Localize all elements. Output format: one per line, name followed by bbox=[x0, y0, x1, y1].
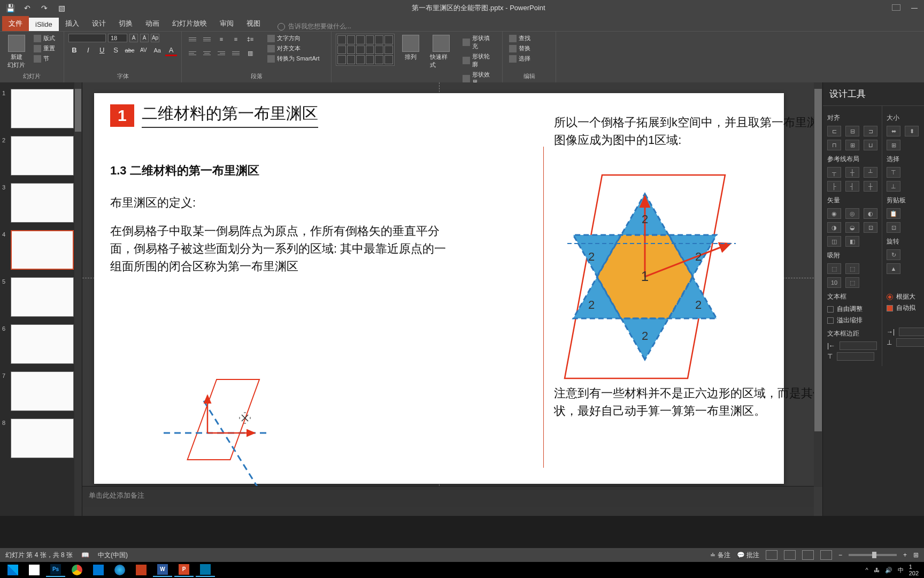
refline-btn-5[interactable]: ┤ bbox=[845, 181, 859, 192]
tab-slideshow[interactable]: 幻灯片放映 bbox=[166, 16, 213, 31]
vector-btn-8[interactable]: ◧ bbox=[845, 236, 859, 247]
task-word[interactable]: W bbox=[153, 563, 172, 577]
align-center-button[interactable] bbox=[201, 48, 213, 58]
slide-thumbnail-1[interactable]: 1 bbox=[11, 89, 75, 128]
notes-pane[interactable]: 单击此处添加备注 bbox=[82, 486, 814, 507]
columns-button[interactable]: ▥ bbox=[244, 48, 257, 58]
task-chrome[interactable] bbox=[67, 563, 87, 577]
margin-bottom-input[interactable] bbox=[896, 338, 924, 347]
shape-outline-button[interactable]: 形状轮廓 bbox=[460, 52, 498, 69]
align-left-btn[interactable]: ⊏ bbox=[827, 126, 841, 136]
fit-window-button[interactable]: ⊞ bbox=[913, 551, 919, 559]
task-app-1[interactable] bbox=[25, 563, 44, 577]
change-case-button[interactable]: Aa bbox=[151, 44, 163, 56]
zoom-out-button[interactable]: − bbox=[838, 551, 842, 559]
vector-btn-6[interactable]: ⊡ bbox=[864, 222, 877, 233]
tab-file[interactable]: 文件 bbox=[2, 16, 29, 31]
tray-chevron-icon[interactable]: ^ bbox=[865, 567, 868, 573]
shapes-gallery[interactable] bbox=[336, 34, 395, 66]
arrange-button[interactable]: 排列 bbox=[399, 34, 422, 62]
align-center-h-btn[interactable]: ⊟ bbox=[845, 126, 859, 136]
new-slide-button[interactable]: 新建 幻灯片 bbox=[4, 34, 28, 70]
tab-islide[interactable]: iSlide bbox=[29, 18, 59, 31]
strike-button[interactable]: abc bbox=[124, 44, 136, 56]
tray-volume-icon[interactable]: 🔊 bbox=[885, 567, 892, 574]
size-btn-1[interactable]: ⬌ bbox=[887, 126, 900, 136]
zoom-in-button[interactable]: + bbox=[903, 551, 907, 559]
select-btn-1[interactable]: ⊤ bbox=[887, 167, 900, 178]
refline-btn-4[interactable]: ├ bbox=[827, 181, 841, 192]
tab-review[interactable]: 审阅 bbox=[213, 16, 240, 31]
layout-button[interactable]: 版式 bbox=[32, 34, 57, 43]
notes-toggle[interactable]: ≐ 备注 bbox=[710, 551, 730, 560]
start-button[interactable] bbox=[3, 563, 22, 577]
thumbnail-panel[interactable]: 1 2 3 4 5 6 7 8 bbox=[0, 82, 82, 516]
combine-btn[interactable]: ◎ bbox=[845, 208, 859, 219]
tray-time[interactable]: 1202 bbox=[909, 564, 919, 576]
refline-btn-6[interactable]: ┼ bbox=[864, 181, 877, 192]
refline-btn-3[interactable]: ┴ bbox=[864, 167, 877, 178]
adsorb-btn-4[interactable]: ⬚ bbox=[845, 277, 859, 288]
align-right-btn[interactable]: ⊐ bbox=[864, 126, 877, 136]
italic-button[interactable]: I bbox=[82, 44, 94, 56]
align-middle-btn[interactable]: ⊞ bbox=[845, 140, 859, 150]
undo-icon[interactable]: ↶ bbox=[22, 3, 32, 13]
slide-thumbnail-6[interactable]: 6 bbox=[11, 324, 75, 364]
minimize-button[interactable]: — bbox=[911, 4, 918, 12]
margin-left-input[interactable] bbox=[840, 341, 877, 350]
sorter-view-button[interactable] bbox=[784, 550, 796, 560]
tab-view[interactable]: 视图 bbox=[240, 16, 267, 31]
ribbon-options-icon[interactable] bbox=[892, 4, 900, 11]
font-color-button[interactable]: A bbox=[165, 44, 177, 56]
convert-smartart-button[interactable]: 转换为 SmartArt bbox=[265, 54, 321, 63]
tab-transition[interactable]: 切换 bbox=[112, 16, 139, 31]
language-indicator[interactable]: 中文(中国) bbox=[98, 551, 128, 560]
shadow-button[interactable]: S bbox=[110, 44, 122, 56]
reading-view-button[interactable] bbox=[802, 550, 814, 560]
quick-styles-button[interactable]: 快速样式 bbox=[427, 34, 457, 70]
align-top-btn[interactable]: ⊓ bbox=[827, 140, 841, 150]
tray-network-icon[interactable]: 🖧 bbox=[874, 567, 880, 573]
editor-horizontal-scrollbar[interactable] bbox=[82, 507, 814, 516]
spell-check-icon[interactable]: 📖 bbox=[81, 551, 89, 559]
comments-toggle[interactable]: 💬 批注 bbox=[737, 551, 759, 560]
slide-thumbnail-2[interactable]: 2 bbox=[11, 136, 75, 176]
grow-font-button[interactable]: A bbox=[129, 34, 138, 42]
wrap-radio[interactable]: 根据大 bbox=[887, 292, 924, 301]
select-button[interactable]: 选择 bbox=[507, 54, 551, 63]
tell-me-search[interactable]: 告诉我您想要做什么... bbox=[278, 22, 351, 31]
adsorb-btn-3[interactable]: 10 bbox=[827, 277, 841, 288]
shape-fill-button[interactable]: 形状填充 bbox=[460, 34, 498, 51]
refline-btn-2[interactable]: ┼ bbox=[845, 167, 859, 178]
font-size-input[interactable] bbox=[108, 34, 127, 42]
task-edge[interactable] bbox=[110, 563, 129, 577]
normal-view-button[interactable] bbox=[766, 550, 777, 560]
margin-right-input[interactable] bbox=[899, 328, 924, 336]
shrink-font-button[interactable]: A bbox=[140, 34, 149, 42]
find-button[interactable]: 查找 bbox=[507, 34, 551, 43]
system-tray[interactable]: ^ 🖧 🔊 中 1202 bbox=[865, 564, 922, 576]
slide-thumbnail-8[interactable]: 8 bbox=[11, 419, 75, 458]
intersect-btn[interactable]: ◑ bbox=[827, 222, 841, 233]
align-bottom-btn[interactable]: ⊔ bbox=[864, 140, 877, 150]
start-from-beginning-icon[interactable]: ▧ bbox=[57, 3, 66, 13]
task-powerpoint[interactable]: P bbox=[174, 563, 194, 577]
align-left-button[interactable] bbox=[186, 48, 199, 58]
task-app-3[interactable] bbox=[89, 563, 108, 577]
character-spacing-button[interactable]: AV bbox=[137, 44, 149, 56]
tab-design[interactable]: 设计 bbox=[86, 16, 112, 31]
replace-button[interactable]: 替换 bbox=[507, 44, 551, 53]
clear-format-button[interactable]: Ap bbox=[151, 34, 159, 42]
justify-button[interactable] bbox=[229, 48, 242, 58]
underline-button[interactable]: U bbox=[96, 44, 108, 56]
decrease-indent-button[interactable]: ≡ bbox=[215, 34, 228, 44]
select-btn-2[interactable]: ⊥ bbox=[887, 181, 900, 192]
thumb-scrollbar[interactable] bbox=[74, 82, 82, 516]
flip-btn[interactable]: ▲ bbox=[887, 263, 900, 274]
auto-adjust-check[interactable]: 自由调整 bbox=[827, 305, 877, 314]
task-app-5[interactable] bbox=[132, 563, 151, 577]
tray-ime[interactable]: 中 bbox=[898, 566, 904, 574]
align-right-button[interactable] bbox=[215, 48, 228, 58]
tab-animation[interactable]: 动画 bbox=[139, 16, 166, 31]
slide-thumbnail-7[interactable]: 7 bbox=[11, 371, 75, 411]
